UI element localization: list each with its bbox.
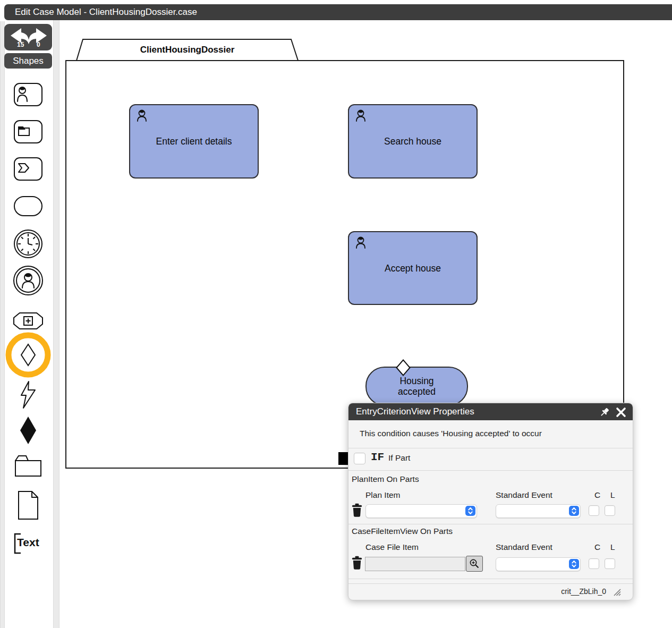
window-titlebar: Edit Case Model - ClientHousingDossier.c… <box>4 4 672 20</box>
milestone-housing-accepted[interactable]: Housing accepted <box>365 367 468 406</box>
document-icon <box>17 490 39 521</box>
l-col-label: L <box>610 542 615 552</box>
properties-panel-title: EntryCriterionView Properties <box>356 406 474 417</box>
case-file-standard-event-select[interactable] <box>496 557 581 571</box>
case-plan-title: ClientHousingDossier <box>76 39 299 61</box>
timer-event-icon <box>13 228 44 259</box>
palette-item-process-task[interactable] <box>0 157 56 181</box>
palette-item-text-annotation[interactable]: Text <box>0 533 56 554</box>
magnifier-plus-icon <box>469 558 480 569</box>
human-task-icon <box>13 82 43 107</box>
human-task-person-icon <box>354 236 369 251</box>
if-part-label: If Part <box>388 453 410 463</box>
properties-panel: EntryCriterionView Properties This condi… <box>348 403 633 600</box>
exit-criterion-icon <box>19 415 37 445</box>
case-file-item-col-label: Case File Item <box>365 542 419 552</box>
window-title: Edit Case Model - ClientHousingDossier.c… <box>15 7 197 18</box>
task-accept-house[interactable]: Accept house <box>348 231 478 305</box>
criterion-id-label: crit__ZbLih_0 <box>561 587 606 596</box>
c-col-label: C <box>594 490 600 500</box>
l-col-label: L <box>610 490 615 500</box>
plan-item-select[interactable] <box>365 504 477 518</box>
task-label: Search house <box>349 136 477 147</box>
pin-icon[interactable] <box>599 406 610 418</box>
standard-event-col-label: Standard Event <box>496 542 552 552</box>
criterion-description: This condition causes 'Housing accepted'… <box>360 429 542 438</box>
app: Edit Case Model - ClientHousingDossier.c… <box>0 0 672 628</box>
standard-event-col-label: Standard Event <box>496 490 552 500</box>
palette-item-entry-criterion[interactable] <box>0 332 56 378</box>
delete-plan-item-icon[interactable] <box>352 503 362 517</box>
plan-item-l-checkbox[interactable] <box>605 505 615 516</box>
palette-item-exit-criterion[interactable] <box>0 415 56 445</box>
properties-panel-header[interactable]: EntryCriterionView Properties <box>348 403 633 420</box>
if-part-checkbox[interactable] <box>354 453 365 464</box>
human-task-person-icon <box>135 109 150 124</box>
stage-icon <box>13 312 44 330</box>
folder-icon <box>13 454 43 478</box>
plan-item-c-checkbox[interactable] <box>589 505 599 516</box>
delete-case-file-item-icon[interactable] <box>352 556 362 570</box>
lightning-icon <box>19 380 37 410</box>
undo-redo-toolbar: 15 0 <box>4 24 52 50</box>
entry-criterion-icon <box>5 332 52 378</box>
human-task-person-icon <box>354 109 369 124</box>
undo-count: 15 <box>17 41 24 48</box>
process-task-icon <box>13 157 43 181</box>
close-icon[interactable] <box>616 407 626 418</box>
plan-item-standard-event-select[interactable] <box>496 504 581 518</box>
plan-item-section-heading: PlanItem On Parts <box>352 474 419 484</box>
redo-count: 0 <box>37 41 40 48</box>
entry-criterion-diamond[interactable] <box>396 359 411 376</box>
palette-item-stage[interactable] <box>0 312 56 330</box>
case-file-c-checkbox[interactable] <box>589 558 599 569</box>
shapes-header: Shapes <box>4 53 52 69</box>
palette-item-case-file-document[interactable] <box>0 490 56 521</box>
browse-case-file-item-button[interactable] <box>466 556 483 572</box>
task-label: Enter client details <box>130 136 258 147</box>
milestone-label: Housing accepted <box>388 376 446 397</box>
palette-item-user-event[interactable] <box>0 265 56 296</box>
user-event-icon <box>12 265 44 296</box>
shapes-label: Shapes <box>13 56 44 66</box>
plan-item-col-label: Plan Item <box>365 490 400 500</box>
palette-item-timer-event[interactable] <box>0 228 56 259</box>
resize-handle[interactable] <box>613 588 621 596</box>
text-annotation-label: Text <box>17 536 39 549</box>
select-stepper-icon <box>465 506 475 516</box>
if-glyph: IF <box>371 451 384 463</box>
milestone-icon <box>13 196 43 217</box>
task-search-house[interactable]: Search house <box>348 104 478 179</box>
select-stepper-icon <box>569 506 579 516</box>
task-label: Accept house <box>349 263 477 274</box>
palette-item-human-task[interactable] <box>0 82 56 107</box>
palette-item-case-task[interactable] <box>0 120 56 144</box>
task-enter-client-details[interactable]: Enter client details <box>129 104 259 179</box>
palette-item-event-listener[interactable] <box>0 380 56 410</box>
case-file-item-input[interactable] <box>365 557 465 571</box>
case-file-section-heading: CaseFileItemView On Parts <box>352 527 453 536</box>
c-col-label: C <box>594 542 600 552</box>
palette-item-milestone[interactable] <box>0 196 56 217</box>
select-stepper-icon <box>569 559 579 569</box>
case-task-icon <box>13 120 43 144</box>
palette-item-case-file-folder[interactable] <box>0 454 56 478</box>
case-file-l-checkbox[interactable] <box>605 558 615 569</box>
